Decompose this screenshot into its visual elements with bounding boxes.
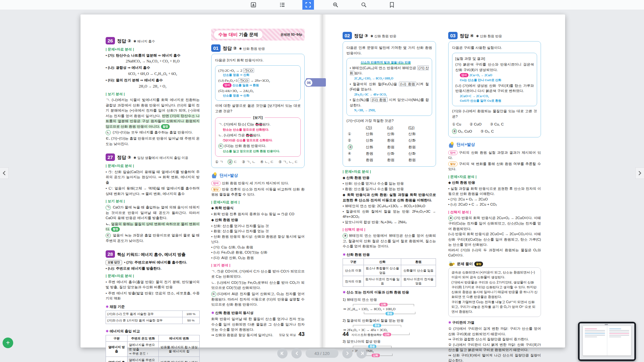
thumbnail-toolbar xyxy=(605,324,608,325)
book-spine xyxy=(319,14,326,348)
row-header: 열에너지 흡수 xyxy=(106,357,128,362)
passage-text: 된다. xyxy=(355,71,363,75)
opt-num: ② xyxy=(348,138,366,143)
thumb-line xyxy=(585,332,605,332)
thumb-line xyxy=(585,333,605,334)
next-spread-edge-button[interactable] xyxy=(635,167,644,179)
topic-27: ✱ 일상 생활에서 에너지의 출입 이용 xyxy=(133,155,188,161)
correct-note: 산소를 잃고 얻으므로 산화 환원 반응이다. xyxy=(223,149,298,153)
heating-title: ✱ 구리판의 가열 xyxy=(448,320,541,325)
bookmark-icon xyxy=(389,2,394,8)
bee-icon xyxy=(448,261,455,266)
tip-badge: 꿀팁 xyxy=(474,262,483,266)
bracket-line xyxy=(394,312,415,314)
star-marker: ✱ xyxy=(448,320,452,324)
first-page-icon xyxy=(280,351,285,355)
idea-text: 반응 전후의 산소와 전자의 이동을 비교하여 산화 환원된 물질을 추론할 수… xyxy=(211,187,305,197)
left-page-footer: 정답 및 해설 43 xyxy=(260,331,305,338)
search-button[interactable] xyxy=(358,0,370,10)
add-button[interactable]: + xyxy=(3,338,13,348)
balsang-badge: 발상 xyxy=(211,187,221,192)
question-text: 이에 대한 설명으로 옳은 것만을 [보기]에서 있는 대로 고른 것은? xyxy=(215,103,301,114)
equation-text: (가) 2C+O₂ → 2 xyxy=(218,69,243,72)
tip-body: 금속은 산화되면서 (+)이온이 되고, 산소는 환원되면서 (−)이온이 되어… xyxy=(448,267,541,317)
correct-answer-mark: ④ xyxy=(448,216,453,221)
analysis-line: • ㉡: 얼음이 융해(고체 → 액체)될 때 열에너지를 흡수하여 상태 변화… xyxy=(106,186,200,196)
annotation: 산소를 얻음 ⇒ 산화 xyxy=(223,73,298,77)
thumbnail-right-page xyxy=(607,326,631,356)
selected-answer-ring: ④ xyxy=(452,129,457,134)
prev-page-button[interactable] xyxy=(291,348,302,358)
bogi-text: (가)~(다)는 흡열 반응이므로 반응이 일어날 때 주변의 온도는 낮아진다… xyxy=(106,136,200,146)
thumb-line xyxy=(609,329,621,329)
solution-26-header: 26 정답 ② ✱ 에너지 흡수 xyxy=(106,37,200,44)
annotation: Cu는 산소를 만나 CuO로 산화 xyxy=(460,78,534,82)
clue-line: 단서산화 환원 반응식 세 가지가 제시되어 있다. xyxy=(211,181,305,186)
bogi-item: ㄱ CaO가 물에 녹을 때 출입하는 열에 의해 음식이 데워지는 것이므로 … xyxy=(106,205,200,221)
equation-blue: 2C₄H₁₀+13O₂ → 8CO₂+10H₂O xyxy=(354,77,429,81)
hint-header: 단서+발상 xyxy=(211,172,305,179)
bookmark-button[interactable] xyxy=(386,0,398,10)
analysis-heading: ◆ 산화 환원 반응 xyxy=(211,217,305,223)
prev-spread-edge-button[interactable] xyxy=(0,167,9,179)
reaction-2-label: 2) 철광석의 산화철에서 철을 얻는 반응 xyxy=(343,318,436,323)
passage-text: • 뷰테인(C₄H₁₀)의 연소 반응에서 뷰테인은 xyxy=(350,66,417,70)
correct-mark: ㄷ xyxy=(106,233,111,238)
annotation: 단서 산소를 잃음 ⇒ 환원 xyxy=(223,83,298,88)
selected-answer-ring: ③ xyxy=(348,144,353,150)
clue-line: 단서구리의 산화 환원 실험 과정과 결과가 제시되어 있다. xyxy=(448,150,541,161)
grading-score: 50 % xyxy=(183,317,200,324)
spacer xyxy=(348,125,366,130)
page-indicator[interactable]: 43 / 120 xyxy=(306,349,338,358)
zoom-in-button[interactable] xyxy=(330,0,341,10)
reduction-bracket: 환원 xyxy=(353,345,392,348)
clue-badge: 단서 xyxy=(223,83,232,87)
bogi-text: ㄱ. (가)에서 탄소( C)는 xyxy=(218,122,255,126)
page-preview-thumbnail[interactable] xyxy=(578,322,636,361)
trap-badge: 함정 xyxy=(161,124,170,129)
question-intro: 다음은 3가지 화학 반응식이다. xyxy=(215,58,301,63)
balsang-badge: 발상 xyxy=(448,162,458,166)
model-answer-line: • (가): 주변으로부터 에너지를 흡수한다. xyxy=(124,260,187,264)
chapter-tab-number: 06 xyxy=(305,79,313,87)
last-page-button[interactable] xyxy=(356,348,367,358)
correction-note: 탄소는 산소를 얻으므로 산화된다. xyxy=(223,128,298,132)
heating-title-text: 구리판의 가열 xyxy=(452,320,474,324)
left-page-column-2: 수능 대비 기출 문제 문제편 93~94p 01 정답 ② ✱ 산화 환원 반… xyxy=(211,29,305,338)
first-page-button[interactable] xyxy=(277,348,288,358)
bogi-box: [보기] ㄱ. (가)에서 탄소( C)는 환원된다. 탄소는 산소를 얻으므로… xyxy=(215,117,301,156)
equation-line: (가) 2C+O₂ → 2 ㉠CO xyxy=(218,68,298,73)
table-of-contents-button[interactable] xyxy=(277,0,288,10)
choice-text: 뷰테인의 연소 반응에서 뷰테인은 산소를 얻어 산화되고, 철광석의 산화 철… xyxy=(343,234,436,248)
correct-mark: ㄴ xyxy=(106,130,111,135)
question-text: (가)~(다)에 가장 적절한 것은? xyxy=(346,118,432,124)
experiment-box: [실험 과정 및 결과] (가) 붉은색 구리를 산소와 반응시켰더니 검은색 … xyxy=(452,53,537,107)
reduction-tag: 환원 xyxy=(368,345,376,348)
experiment-step: (가) 붉은색 구리를 산소와 반응시켰더니 검은색 산화 구리(Ⅱ)가 생성되… xyxy=(455,62,534,72)
download-button[interactable] xyxy=(248,0,259,10)
exam-banner-title: 수능 대비 기출 문제 xyxy=(214,30,263,39)
solution-01-header: 01 정답 ② ✱ 산화 환원 반응 xyxy=(211,44,305,52)
viewer-toolbar xyxy=(0,0,644,10)
bogi-text: CaO가 물에 녹을 때 출입하는 열에 의해 음식이 데워지는 것이므로 반응… xyxy=(106,205,200,220)
analysis-heading: ◆ 산화 환원 반응 xyxy=(448,180,541,185)
thumb-line xyxy=(585,330,605,331)
analysis-label: | 문제+자료 분석 | xyxy=(106,47,200,52)
analysis-lines: • 산화: 산소를 얻거나 수소를 잃는 반응 • 환원: 산소를 잃거나 수소… xyxy=(343,181,436,191)
blank-box: ㉠CO xyxy=(243,68,254,73)
next-page-button[interactable] xyxy=(342,348,353,358)
equation-blue: 2CuO+C → 2Cu+CO₂ xyxy=(460,94,534,98)
thumbnail-spread xyxy=(583,326,631,356)
fullscreen-button[interactable] xyxy=(302,0,314,10)
analysis-line: • (다): 물의 전기 분해 ⇒ 에너지 흡수 xyxy=(106,78,200,83)
opt-cell: 산화 xyxy=(387,131,408,137)
bogi-item: ㄱ. (나)에서는 식물이 빛에너지를 화학 에너지로 전환하는 광합성 과정에… xyxy=(106,97,200,129)
thumb-line xyxy=(585,337,597,337)
clue-badge: 단서 xyxy=(460,73,469,77)
bogi-text: (다)는 산화 환원 반응이다. xyxy=(224,144,266,148)
book-title: 자이스토리 통합과학2 xyxy=(351,333,381,337)
struck-word: 환원 xyxy=(255,122,262,126)
opt-cell: 환원 xyxy=(387,144,408,150)
thumbnail-screen xyxy=(580,323,634,359)
cell: 원소나 화합물이 산소를 얻음 xyxy=(364,265,401,276)
